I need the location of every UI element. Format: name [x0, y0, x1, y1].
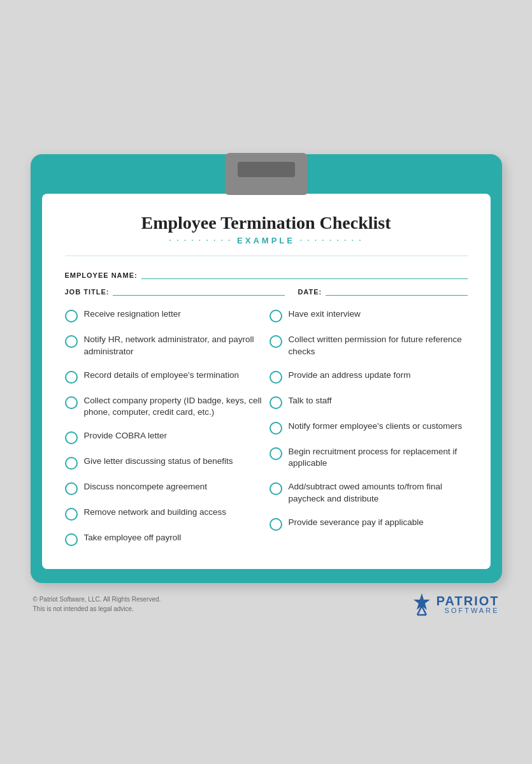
list-item: Talk to staff [270, 395, 468, 409]
item-text: Begin recruitment process for replacemen… [289, 446, 468, 470]
list-item: Notify former employee's clients or cust… [270, 421, 468, 435]
date-underline[interactable] [326, 285, 467, 296]
footer: © Patriot Software, LLC. All Rights Rese… [31, 592, 502, 616]
list-item: Have exit interview [270, 308, 468, 322]
list-item: Take employee off payroll [65, 532, 263, 546]
item-text: Collect written permission for future re… [289, 334, 468, 358]
clip-base [225, 186, 308, 195]
check-circle[interactable] [270, 447, 282, 460]
item-text: Receive resignation letter [84, 308, 181, 321]
item-text: Provide severance pay if applicable [289, 517, 424, 529]
list-item: Notify HR, network administrator, and pa… [65, 334, 263, 358]
item-text: Notify former employee's clients or cust… [289, 421, 463, 433]
checklist-title: Employee Termination Checklist [65, 213, 468, 233]
item-text: Add/subtract owed amounts to/from final … [289, 481, 468, 505]
item-text: Discuss noncompete agreement [84, 481, 208, 493]
checklist-columns: Receive resignation letterNotify HR, net… [65, 308, 468, 547]
check-circle[interactable] [65, 482, 78, 495]
check-circle[interactable] [270, 396, 282, 409]
clipboard: Employee Termination Checklist · · · · ·… [31, 154, 502, 584]
check-circle[interactable] [65, 533, 78, 546]
list-item: Record details of employee's termination [65, 370, 263, 384]
check-circle[interactable] [65, 396, 78, 409]
check-circle[interactable] [270, 371, 282, 384]
copyright-text: © Patriot Software, LLC. All Rights Rese… [33, 595, 161, 604]
clip-body [225, 153, 308, 186]
list-item: Collect company property (ID badge, keys… [65, 395, 263, 419]
patriot-logo: PATRIOT SOFTWARE [411, 592, 500, 616]
check-circle[interactable] [270, 518, 282, 531]
employee-name-label: EMPLOYEE NAME: [65, 271, 138, 279]
list-item: Discuss noncompete agreement [65, 481, 263, 495]
check-circle[interactable] [270, 422, 282, 435]
item-text: Provide COBRA letter [84, 430, 168, 442]
right-column: Have exit interviewCollect written permi… [270, 308, 468, 547]
date-label: DATE: [298, 288, 322, 296]
check-circle[interactable] [65, 371, 78, 384]
check-circle[interactable] [65, 335, 78, 348]
subtitle-text: EXAMPLE [237, 236, 295, 245]
item-text: Have exit interview [289, 308, 361, 321]
jobtitle-date-row: JOB TITLE: DATE: [65, 285, 468, 296]
patriot-brand: PATRIOT [436, 595, 500, 607]
date-field: DATE: [298, 285, 467, 296]
title-divider [65, 256, 468, 256]
check-circle[interactable] [270, 335, 282, 348]
list-item: Give letter discussing status of benefit… [65, 456, 263, 470]
paper: Employee Termination Checklist · · · · ·… [42, 194, 491, 570]
employee-name-row: EMPLOYEE NAME: [65, 269, 468, 279]
job-title-underline[interactable] [113, 285, 285, 296]
footer-left: © Patriot Software, LLC. All Rights Rese… [33, 595, 161, 614]
item-text: Record details of employee's termination [84, 370, 239, 382]
item-text: Collect company property (ID badge, keys… [84, 395, 263, 419]
checklist-subtitle: · · · · · · · · · EXAMPLE · · · · · · · … [65, 236, 468, 245]
list-item: Provide COBRA letter [65, 430, 263, 444]
patriot-text-block: PATRIOT SOFTWARE [436, 595, 500, 614]
check-circle[interactable] [270, 482, 282, 495]
job-title-field: JOB TITLE: [65, 285, 285, 296]
employee-name-underline[interactable] [141, 269, 468, 279]
patriot-icon [411, 592, 433, 616]
list-item: Receive resignation letter [65, 308, 263, 322]
job-title-label: JOB TITLE: [65, 288, 110, 296]
employee-name-field: EMPLOYEE NAME: [65, 269, 468, 279]
list-item: Begin recruitment process for replacemen… [270, 446, 468, 470]
item-text: Talk to staff [289, 395, 332, 407]
dots-left: · · · · · · · · · [169, 237, 232, 244]
check-circle[interactable] [270, 310, 282, 322]
item-text: Provide an address update form [289, 370, 411, 382]
left-column: Receive resignation letterNotify HR, net… [65, 308, 263, 547]
item-text: Notify HR, network administrator, and pa… [84, 334, 263, 358]
item-text: Take employee off payroll [84, 532, 182, 544]
software-brand: SOFTWARE [445, 607, 500, 614]
disclaimer-text: This is not intended as legal advice. [33, 604, 161, 614]
item-text: Give letter discussing status of benefit… [84, 456, 233, 468]
check-circle[interactable] [65, 310, 78, 322]
footer-right: PATRIOT SOFTWARE [411, 592, 500, 616]
check-circle[interactable] [65, 457, 78, 470]
list-item: Add/subtract owed amounts to/from final … [270, 481, 468, 505]
list-item: Provide an address update form [270, 370, 468, 384]
clip-inner [238, 162, 295, 177]
item-text: Remove network and building access [84, 507, 227, 519]
check-circle[interactable] [65, 431, 78, 444]
list-item: Remove network and building access [65, 507, 263, 521]
clipboard-clip [42, 154, 491, 195]
list-item: Provide severance pay if applicable [270, 517, 468, 531]
list-item: Collect written permission for future re… [270, 334, 468, 358]
dots-right: · · · · · · · · · [300, 237, 363, 244]
patriot-eagle-icon [411, 592, 433, 616]
page-wrapper: Employee Termination Checklist · · · · ·… [18, 154, 515, 617]
check-circle[interactable] [65, 508, 78, 521]
